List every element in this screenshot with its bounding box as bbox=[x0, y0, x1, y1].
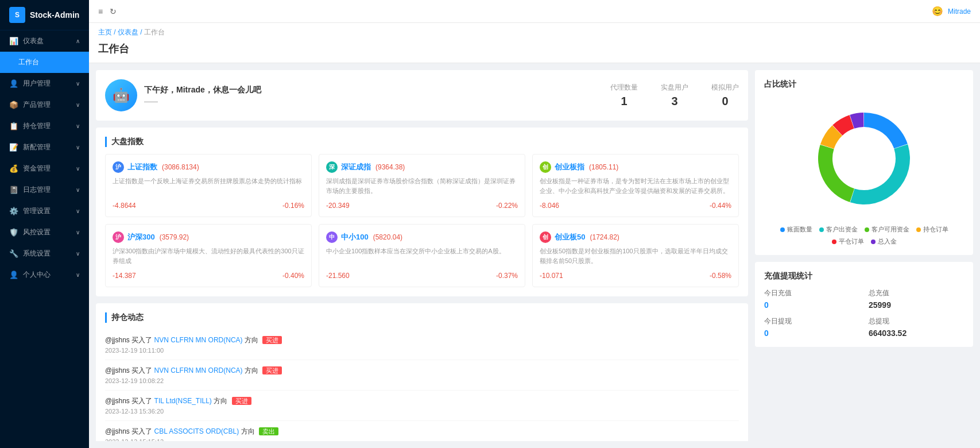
sidebar-item-workbench[interactable]: 工作台 bbox=[0, 52, 89, 73]
sidebar-item-产品管理[interactable]: 📦产品管理∨ bbox=[0, 94, 89, 115]
menu-icon[interactable]: ≡ bbox=[98, 7, 103, 16]
recharge-stat-item: 总提现664033.52 bbox=[869, 316, 964, 338]
activity-user: @jjshns bbox=[105, 366, 130, 374]
recharge-value: 664033.52 bbox=[869, 329, 964, 338]
sidebar-item-风控设置[interactable]: 🛡️风控设置∨ bbox=[0, 222, 89, 243]
index-card-zx100: 中 中小100 (5820.04) 中小企业100指数样本应当在深交所中小企业板… bbox=[319, 224, 525, 287]
activity-direction-tag: 买进 bbox=[262, 366, 282, 374]
recharge-stat-item: 总充值25999 bbox=[869, 288, 964, 310]
sidebar-item-系统设置[interactable]: 🔧系统设置∨ bbox=[0, 243, 89, 264]
welcome-stats: 代理数量1实盘用户3模拟用户0 bbox=[610, 83, 739, 108]
recharge-label: 今日充值 bbox=[764, 288, 859, 298]
index-change: -4.8644 bbox=[113, 202, 136, 210]
index-value: (3086.8134) bbox=[162, 163, 199, 171]
index-desc: 深圳成指是深圳证券市场股价综合指数（简称深证成指）是深圳证券市场的主要股指。 bbox=[326, 176, 518, 197]
activity-item: @jjshns 买入了 CBL ASSOCITS ORD(CBL) 方向 卖出 … bbox=[105, 421, 739, 441]
sidebar-item-资金管理[interactable]: 💰资金管理∨ bbox=[0, 158, 89, 179]
main-content: 🤖 下午好，Mitrade，休息一会儿吧 —— 代理数量1实盘用户3模拟用户0 … bbox=[89, 63, 980, 448]
index-name: 上证指数 bbox=[127, 162, 157, 172]
page-title: 工作台 bbox=[89, 40, 980, 63]
legend-label: 持仓订单 bbox=[923, 225, 948, 234]
sidebar-item-管理设置[interactable]: ⚙️管理设置∨ bbox=[0, 200, 89, 222]
index-value: (1724.82) bbox=[590, 233, 619, 241]
activity-user: @jjshns bbox=[105, 427, 130, 435]
breadcrumb-current: 工作台 bbox=[144, 28, 165, 36]
sidebar-item-持仓管理[interactable]: 📋持仓管理∨ bbox=[0, 115, 89, 137]
activity-item: @jjshns 买入了 TIL Ltd(NSE_TILL) 方向 买进 2023… bbox=[105, 391, 739, 421]
sidebar: S Stock-Admin 📊仪表盘∧工作台👤用户管理∨📦产品管理∨📋持仓管理∨… bbox=[0, 0, 89, 448]
legend-item: 客户可用资金 bbox=[865, 225, 909, 234]
index-pct: -0.22% bbox=[496, 202, 518, 210]
refresh-icon[interactable]: ↻ bbox=[110, 7, 117, 16]
index-name: 中小100 bbox=[341, 232, 369, 242]
activity-feed: @jjshns 买入了 NVN CLFRN MN ORD(NCA) 方向 买进 … bbox=[105, 330, 739, 441]
activity-stock[interactable]: CBL ASSOCITS ORD(CBL) bbox=[154, 427, 239, 435]
legend-dot bbox=[780, 227, 785, 232]
recharge-title: 充值提现统计 bbox=[764, 271, 964, 281]
welcome-text: 下午好，Mitrade，休息一会儿吧 —— bbox=[144, 85, 261, 106]
activity-item: @jjshns 买入了 NVN CLFRN MN ORD(NCA) 方向 买进 … bbox=[105, 330, 739, 360]
activity-time: 2023-12-19 10:08:22 bbox=[105, 377, 739, 384]
index-pct: -0.44% bbox=[710, 202, 731, 210]
sidebar-item-仪表盘[interactable]: 📊仪表盘∧ bbox=[0, 30, 89, 52]
index-change: -21.560 bbox=[326, 272, 350, 280]
index-desc: 创业板50指数是对创业板指的100只股票中，选取最近半年日均成交额排名前50只股… bbox=[540, 246, 731, 267]
breadcrumb-home[interactable]: 主页 bbox=[98, 28, 112, 36]
pie-title: 占比统计 bbox=[764, 79, 964, 90]
activity-time: 2023-12-13 15:36:20 bbox=[105, 408, 739, 415]
legend-dot bbox=[871, 240, 876, 244]
activity-item: @jjshns 买入了 NVN CLFRN MN ORD(NCA) 方向 买进 … bbox=[105, 360, 739, 391]
activity-stock[interactable]: TIL Ltd(NSE_TILL) bbox=[154, 397, 212, 405]
activity-stock[interactable]: NVN CLFRN MN ORD(NCA) bbox=[154, 366, 243, 374]
sidebar-item-新配管理[interactable]: 📝新配管理∨ bbox=[0, 137, 89, 158]
index-name: 创业板指 bbox=[555, 162, 584, 172]
index-badge: 创 bbox=[540, 161, 551, 173]
index-name: 沪深300 bbox=[127, 232, 155, 242]
recharge-value: 0 bbox=[764, 329, 859, 338]
index-pct: -0.37% bbox=[496, 272, 518, 280]
index-pct: -0.40% bbox=[282, 272, 304, 280]
activity-stock[interactable]: NVN CLFRN MN ORD(NCA) bbox=[154, 336, 243, 344]
breadcrumb: 主页 / 仪表盘 / 工作台 bbox=[89, 23, 980, 40]
index-desc: 上证指数是一个反映上海证券交易所所挂牌股票总体走势的统计指标 bbox=[113, 176, 304, 197]
legend-label: 客户可用资金 bbox=[871, 225, 909, 234]
index-badge: 深 bbox=[326, 161, 338, 173]
recharge-value: 0 bbox=[764, 300, 859, 310]
index-change: -8.046 bbox=[540, 202, 559, 210]
recharge-stat-item: 今日充值0 bbox=[764, 288, 859, 310]
sidebar-item-日志管理[interactable]: 📓日志管理∨ bbox=[0, 179, 89, 200]
index-change: -20.349 bbox=[326, 202, 350, 210]
index-badge: 沪 bbox=[113, 161, 124, 173]
index-value: (1805.11) bbox=[589, 163, 618, 171]
activity-action: 买入了 bbox=[131, 427, 154, 435]
pie-chart-card: 占比统计 账面数量客户出资金客户可用资金持仓订单平仓订单总入金 bbox=[755, 70, 973, 255]
activity-user: @jjshns bbox=[105, 336, 130, 344]
index-badge: 创 bbox=[540, 231, 551, 243]
activity-time: 2023-12-13 15:15:12 bbox=[105, 438, 739, 441]
recharge-card: 充值提现统计 今日充值0总充值25999今日提现0总提现664033.52 bbox=[755, 262, 973, 347]
activity-direction-tag: 买进 bbox=[232, 397, 251, 405]
activity-card: 持仓动态 @jjshns 买入了 NVN CLFRN MN ORD(NCA) 方… bbox=[96, 303, 748, 441]
sidebar-logo: S bbox=[9, 7, 25, 23]
activity-action: 买入了 bbox=[131, 336, 154, 344]
welcome-card: 🤖 下午好，Mitrade，休息一会儿吧 —— 代理数量1实盘用户3模拟用户0 bbox=[96, 70, 748, 121]
index-desc: 创业板指是一种证券市场，是专为暂时无法在主板市场上市的创业型企业、中小企业和高科… bbox=[540, 176, 731, 197]
index-change: -10.071 bbox=[540, 272, 563, 280]
sidebar-menu: 📊仪表盘∧工作台👤用户管理∨📦产品管理∨📋持仓管理∨📝新配管理∨💰资金管理∨📓日… bbox=[0, 30, 89, 448]
activity-user: @jjshns bbox=[105, 397, 130, 405]
activity-time: 2023-12-19 10:11:00 bbox=[105, 347, 739, 354]
breadcrumb-dashboard[interactable]: 仪表盘 bbox=[118, 28, 138, 36]
index-change: -14.387 bbox=[113, 272, 136, 280]
legend-item: 平仓订单 bbox=[832, 237, 864, 246]
welcome-greeting: 下午好，Mitrade，休息一会儿吧 bbox=[144, 85, 261, 95]
sidebar-item-用户管理[interactable]: 👤用户管理∨ bbox=[0, 73, 89, 94]
index-value: (3579.92) bbox=[160, 233, 189, 241]
index-desc: 沪深300指数由沪深市场中规模大、流动性好的最具代表性的300只证券组成 bbox=[113, 246, 304, 267]
index-value: (9364.38) bbox=[375, 163, 405, 171]
index-name: 深证成指 bbox=[341, 162, 371, 172]
index-desc: 中小企业100指数样本应当在深交所中小企业板上市交易的A股。 bbox=[326, 246, 518, 267]
donut-segment bbox=[864, 113, 908, 149]
index-pct: -0.16% bbox=[282, 202, 304, 210]
sidebar-item-个人中心[interactable]: 👤个人中心∨ bbox=[0, 264, 89, 285]
market-title: 大盘指数 bbox=[105, 137, 739, 147]
